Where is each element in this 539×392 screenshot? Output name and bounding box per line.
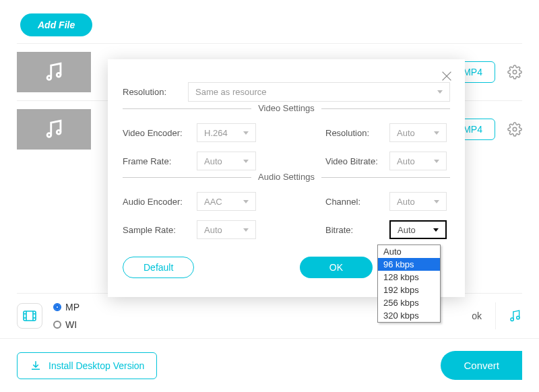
video-bitrate-select[interactable]: Auto <box>389 152 447 170</box>
footer: Install Desktop Version Convert <box>0 338 539 392</box>
sample-rate-label: Sample Rate: <box>123 225 197 235</box>
svg-point-8 <box>517 316 519 319</box>
audio-bitrate-dropdown[interactable]: Auto96 kbps128 kbps192 kbps256 kbps320 k… <box>377 244 441 323</box>
video-bitrate-label: Video Bitrate: <box>325 156 389 166</box>
file-thumbnail <box>17 109 91 150</box>
format-bar: MP WI ok <box>17 293 522 330</box>
resolution-label: Resolution: <box>123 87 180 97</box>
file-thumbnail <box>17 52 91 92</box>
chevron-down-icon <box>243 160 249 163</box>
sample-rate-select[interactable]: Auto <box>197 220 256 239</box>
svg-rect-6 <box>24 311 36 321</box>
bitrate-option[interactable]: 320 kbps <box>378 309 440 322</box>
bitrate-option[interactable]: 128 kbps <box>378 271 440 284</box>
gear-icon[interactable] <box>507 65 522 79</box>
chevron-down-icon <box>437 90 443 94</box>
svg-point-3 <box>47 133 51 137</box>
close-icon <box>439 69 454 84</box>
chevron-down-icon <box>243 200 249 203</box>
audio-encoder-label: Audio Encoder: <box>123 197 197 207</box>
frame-rate-label: Frame Rate: <box>123 156 197 166</box>
video-settings-header: Video Settings <box>123 108 450 119</box>
bitrate-option[interactable]: Auto <box>378 245 440 258</box>
svg-point-1 <box>57 73 61 77</box>
audio-encoder-select[interactable]: AAC <box>197 192 256 211</box>
audio-format-icon[interactable] <box>495 302 522 329</box>
video-resolution-label: Resolution: <box>325 128 389 138</box>
radio-w[interactable]: WI <box>53 319 80 330</box>
install-label: Install Desktop Version <box>49 360 144 371</box>
frame-rate-select[interactable]: Auto <box>197 152 256 170</box>
channel-select[interactable]: Auto <box>389 192 447 211</box>
audio-settings-header: Audio Settings <box>123 177 450 188</box>
chevron-down-icon <box>434 131 439 135</box>
format-radios: MP WI <box>53 302 80 330</box>
channel-label: Channel: <box>325 197 389 207</box>
video-encoder-label: Video Encoder: <box>123 128 197 138</box>
ok-button[interactable]: OK <box>300 257 373 278</box>
chevron-down-icon <box>243 228 249 232</box>
svg-point-0 <box>47 76 51 80</box>
default-button[interactable]: Default <box>123 257 194 278</box>
video-resolution-select[interactable]: Auto <box>389 123 447 142</box>
music-note-icon <box>42 61 65 84</box>
radio-label: WI <box>65 319 77 330</box>
audio-bitrate-select[interactable]: Auto <box>389 220 447 239</box>
bitrate-option[interactable]: 96 kbps <box>378 258 440 271</box>
chevron-down-icon <box>243 131 249 135</box>
add-file-button[interactable]: Add File <box>20 13 92 36</box>
truncated-text: ok <box>472 311 482 321</box>
gear-icon[interactable] <box>507 122 522 137</box>
chevron-down-icon <box>433 228 439 232</box>
install-desktop-button[interactable]: Install Desktop Version <box>17 352 157 379</box>
topbar: Add File <box>0 0 539 43</box>
bitrate-option[interactable]: 192 kbps <box>378 284 440 296</box>
audio-bitrate-label: Bitrate: <box>325 225 389 235</box>
resolution-select[interactable]: Same as resource <box>188 82 450 102</box>
radio-icon <box>53 321 61 329</box>
select-value: Same as resource <box>195 87 267 97</box>
video-format-icon[interactable] <box>17 303 42 329</box>
radio-mp[interactable]: MP <box>53 302 80 313</box>
svg-point-2 <box>513 70 517 74</box>
chevron-down-icon <box>434 160 439 163</box>
bitrate-option[interactable]: 256 kbps <box>378 296 440 309</box>
radio-icon <box>53 303 61 311</box>
close-button[interactable] <box>439 69 454 84</box>
download-icon <box>30 360 42 372</box>
convert-button[interactable]: Convert <box>441 351 522 380</box>
chevron-down-icon <box>434 200 439 203</box>
video-encoder-select[interactable]: H.264 <box>197 123 256 142</box>
svg-point-5 <box>513 127 517 131</box>
svg-point-4 <box>57 130 61 134</box>
radio-label: MP <box>65 302 80 313</box>
music-note-icon <box>42 118 65 141</box>
svg-point-7 <box>511 318 513 321</box>
